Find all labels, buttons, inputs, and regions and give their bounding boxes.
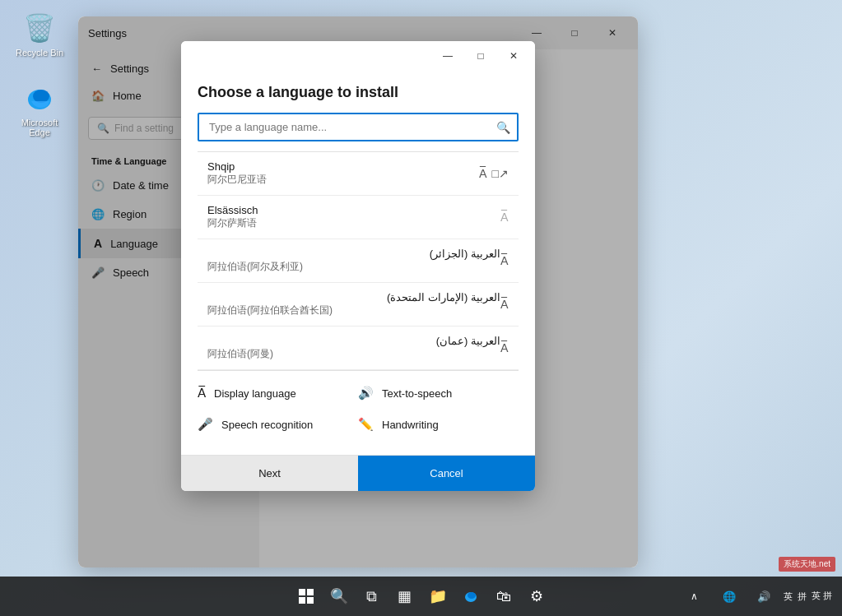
modal-titlebar: — □ ✕ <box>181 41 535 71</box>
font-feature-icon: A̅ <box>479 167 487 180</box>
language-search-input[interactable] <box>198 113 519 141</box>
ime-mode-label[interactable]: 拼 <box>798 591 807 603</box>
lang-info: العربية (الإمارات المتحدة) 阿拉伯语(阿拉伯联合酋长国… <box>207 291 500 317</box>
font-feature-icon: A̅ <box>500 254 509 267</box>
lang-desc: 阿拉伯语(阿拉伯联合酋长国) <box>207 303 500 317</box>
modal-overlay: — □ ✕ Choose a language to install 🔍 Shq… <box>78 16 638 567</box>
lang-icons: A̅ <box>500 254 509 267</box>
start-button[interactable] <box>291 581 321 611</box>
list-item[interactable]: العربية (عمان) 阿拉伯语(阿曼) A̅ <box>198 327 519 370</box>
svg-rect-4 <box>299 597 305 604</box>
watermark: 系统天地.net <box>779 557 835 572</box>
feature-text-to-speech: 🔊 Text-to-speech <box>358 379 519 407</box>
lang-icons: A̅ <box>500 298 509 311</box>
font-feature-icon: A̅ <box>500 341 509 354</box>
next-button[interactable]: Next <box>181 456 358 491</box>
settings-window: Settings — □ ✕ ← Settings 🏠 Home 🔍 Find … <box>78 16 638 567</box>
svg-point-7 <box>468 592 476 599</box>
lang-info: العربية (عمان) 阿拉伯语(阿曼) <box>207 335 500 361</box>
svg-rect-5 <box>307 597 314 604</box>
lang-info: Shqip 阿尔巴尼亚语 <box>207 160 479 187</box>
optional-features: A̅ Display language 🔊 Text-to-speech 🎤 S… <box>198 370 519 438</box>
search-wrapper: 🔍 <box>198 113 519 141</box>
lang-info: Elsässisch 阿尔萨斯语 <box>207 204 500 230</box>
lang-desc: 阿尔巴尼亚语 <box>207 173 479 187</box>
list-item[interactable]: العربية (الجزائر) 阿拉伯语(阿尔及利亚) A̅ <box>198 239 519 283</box>
explorer-button[interactable]: 📁 <box>423 581 453 611</box>
external-link-icon: □↗ <box>492 167 509 180</box>
taskbar-center: 🔍 ⧉ ▦ 📁 🛍 ⚙ <box>291 581 551 611</box>
taskbar-edge-button[interactable] <box>456 581 486 611</box>
recycle-bin-icon[interactable]: 🗑️ Recycle Bin <box>10 8 69 61</box>
lang-name: العربية (الإمارات المتحدة) <box>207 291 500 303</box>
handwriting-icon: ✏️ <box>358 417 374 432</box>
speech-rec-icon: 🎤 <box>198 417 213 432</box>
tray-area: 英 拼 <box>784 591 807 603</box>
tray-expand-button[interactable]: ∧ <box>680 581 709 611</box>
modal-body: Choose a language to install 🔍 Shqip 阿尔巴… <box>181 71 535 455</box>
lang-desc: 阿尔萨斯语 <box>207 216 500 230</box>
taskbar-search-button[interactable]: 🔍 <box>324 581 354 611</box>
svg-point-1 <box>33 90 49 103</box>
lang-name: العربية (عمان) <box>207 335 500 347</box>
modal-minimize-button[interactable]: — <box>431 44 464 68</box>
store-button[interactable]: 🛍 <box>489 581 519 611</box>
modal-maximize-button[interactable]: □ <box>464 44 497 68</box>
system-time[interactable]: 英 拼 <box>812 590 832 602</box>
lang-info: العربية (الجزائر) 阿拉伯语(阿尔及利亚) <box>207 248 500 274</box>
lang-icons: A̅ <box>500 211 509 224</box>
modal-heading: Choose a language to install <box>198 84 519 101</box>
lang-name: Shqip <box>207 160 479 173</box>
display-lang-icon: A̅ <box>198 386 206 401</box>
list-item[interactable]: Elsässisch 阿尔萨斯语 A̅ <box>198 196 519 239</box>
widgets-button[interactable]: ▦ <box>390 581 420 611</box>
lang-name: العربية (الجزائر) <box>207 248 500 260</box>
tts-feature-icon: 🔊 <box>358 386 374 401</box>
network-icon[interactable]: 🌐 <box>714 581 744 611</box>
modal-buttons: Next Cancel <box>181 455 535 491</box>
language-list: Shqip 阿尔巴尼亚语 A̅ □↗ Elsässisch 阿尔萨斯语 <box>198 151 519 370</box>
language-install-modal: — □ ✕ Choose a language to install 🔍 Shq… <box>181 41 535 491</box>
task-view-button[interactable]: ⧉ <box>357 581 387 611</box>
modal-close-button[interactable]: ✕ <box>497 44 530 68</box>
taskbar: 🔍 ⧉ ▦ 📁 🛍 ⚙ ∧ 🌐 🔊 英 拼 英 拼 <box>0 577 842 616</box>
search-icon: 🔍 <box>496 121 510 134</box>
cancel-button[interactable]: Cancel <box>358 456 535 491</box>
edge-icon[interactable]: Microsoft Edge <box>10 78 69 141</box>
lang-desc: 阿拉伯语(阿曼) <box>207 347 500 361</box>
lang-icons: A̅ □↗ <box>479 167 509 180</box>
svg-rect-2 <box>299 589 305 595</box>
taskbar-right: ∧ 🌐 🔊 英 拼 英 拼 <box>680 581 832 611</box>
feature-display-language: A̅ Display language <box>198 379 358 407</box>
lang-name: Elsässisch <box>207 204 500 216</box>
font-feature-icon2: A̅ <box>500 211 509 224</box>
feature-speech-recognition: 🎤 Speech recognition <box>198 410 358 438</box>
settings-taskbar-button[interactable]: ⚙ <box>522 581 551 611</box>
svg-rect-3 <box>307 589 314 595</box>
feature-handwriting: ✏️ Handwriting <box>358 410 519 438</box>
ime-lang-label[interactable]: 英 <box>784 591 793 603</box>
lang-desc: 阿拉伯语(阿尔及利亚) <box>207 260 500 274</box>
sound-icon[interactable]: 🔊 <box>749 581 779 611</box>
list-item[interactable]: Shqip 阿尔巴尼亚语 A̅ □↗ <box>198 152 519 196</box>
font-feature-icon: A̅ <box>500 298 509 311</box>
time-display: 英 拼 <box>812 590 832 602</box>
list-item[interactable]: العربية (الإمارات المتحدة) 阿拉伯语(阿拉伯联合酋长国… <box>198 283 519 327</box>
lang-icons: A̅ <box>500 341 509 354</box>
